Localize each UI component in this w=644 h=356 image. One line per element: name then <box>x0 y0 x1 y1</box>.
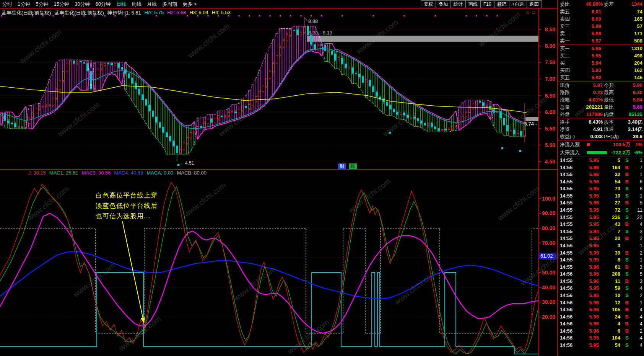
trade-volume: 208 <box>612 271 620 278</box>
candle-up <box>190 133 192 138</box>
trade-price: 5.96 <box>589 299 599 307</box>
trade-side: B <box>625 264 629 271</box>
last-price-label: 5.74 - <box>524 121 537 127</box>
trade-price: 5.95 <box>589 221 599 228</box>
trade-row[interactable]: 14:555.9539B2 <box>558 250 644 257</box>
candle-down <box>293 30 295 31</box>
candle-down <box>321 45 323 46</box>
candle-up <box>214 119 216 123</box>
trade-side: B <box>625 306 629 314</box>
trade-side: S <box>625 292 629 299</box>
trade-row[interactable]: 14:565.966B2 <box>558 328 644 335</box>
trade-volume: 24 <box>615 314 620 321</box>
trade-row[interactable]: 14:565.9559S4 <box>558 285 644 292</box>
candle-down <box>503 118 505 125</box>
candle-down <box>352 68 354 73</box>
candle-up <box>70 61 72 64</box>
trade-volume: 7 <box>618 228 620 235</box>
trade-row[interactable]: 14:565.95104S4 <box>558 335 644 342</box>
signal-dot <box>290 15 291 16</box>
main-axis-label: 4.50 <box>545 158 555 165</box>
candle-up <box>259 92 261 96</box>
candle-down <box>414 117 416 118</box>
candle-up <box>42 106 44 107</box>
buy-level-1-volume: 1310 <box>631 45 642 52</box>
candle-down <box>479 101 481 103</box>
trade-side: B <box>625 320 629 328</box>
trade-row[interactable]: 14:555.9632B1 <box>558 171 644 178</box>
chart-canvas[interactable]: 8.888.31 - 8.13←4.515.74 -8.508.007.507.… <box>0 0 557 356</box>
trade-row[interactable]: 14:555.95236S22 <box>558 214 644 221</box>
candle-down <box>221 116 223 117</box>
candle-down <box>514 130 516 134</box>
trend-band-down <box>159 97 161 142</box>
trade-time: 14:55 <box>560 178 572 186</box>
candle-down <box>376 92 378 96</box>
trade-row[interactable]: 14:555.9627B5 <box>558 199 644 207</box>
trade-row[interactable]: 14:565.9554S4 <box>558 342 644 349</box>
trade-row[interactable]: 14:555.9573S8 <box>558 185 644 193</box>
candle-up <box>183 143 185 150</box>
trade-row[interactable]: 14:555.9572S11 <box>558 207 644 214</box>
kdj-plot-area[interactable] <box>0 182 538 354</box>
sell-levels: 卖五6.0174卖四6.00165卖三5.9957卖二5.98171卖一5.97… <box>558 8 644 44</box>
trade-side: S <box>625 157 629 164</box>
candle-up <box>207 119 209 124</box>
peak-label: 8.88 <box>308 18 318 24</box>
indicator-value-3: MAC4: 40.59 <box>114 170 143 175</box>
chart-corner-icons[interactable]: ◇ □ <box>526 10 535 15</box>
candle-down <box>15 124 16 127</box>
info-label: 现价 <box>560 82 570 89</box>
trade-list[interactable]: 14:555.955S114:555.96164B714:555.9632B11… <box>558 157 644 349</box>
trade-row[interactable]: 14:565.9624B4 <box>558 314 644 321</box>
candle-down <box>307 27 309 35</box>
trade-volume: 59 <box>615 285 620 292</box>
candle-down <box>111 63 113 65</box>
trend-band-down <box>410 101 412 124</box>
trade-row[interactable]: 14:565.96105B4 <box>558 306 644 314</box>
trade-row[interactable]: 14:555.9654B6 <box>558 178 644 186</box>
info-label: 今开 <box>604 82 614 89</box>
trade-row[interactable]: 14:555.9543B4 <box>558 221 644 228</box>
trade-time: 14:55 <box>560 228 572 235</box>
candle-up <box>283 41 285 47</box>
trade-row[interactable]: 14:565.95208S5 <box>558 271 644 278</box>
candle-down <box>80 61 82 62</box>
candle-up <box>286 35 288 41</box>
trade-row[interactable]: 14:565.9611B3 <box>558 278 644 285</box>
mac3-line <box>0 213 538 333</box>
candle-down <box>297 30 299 35</box>
trade-count: 22 <box>637 214 642 221</box>
info-value: 6.43% <box>589 118 603 126</box>
trade-price: 5.96 <box>589 264 599 271</box>
trade-row[interactable]: 14:565.9612B1 <box>558 299 644 307</box>
trade-count: 4 <box>640 335 642 342</box>
trade-row[interactable]: 14:555.955S1 <box>558 157 644 164</box>
annotation-note: 白色高位平台线上穿淡蓝色低位平台线后也可信为选股用... <box>96 190 158 221</box>
trade-row[interactable]: 14:565.964B4 <box>558 320 644 328</box>
trade-row[interactable]: 14:565.9510S2 <box>558 292 644 299</box>
trade-price: 5.96 <box>589 328 599 335</box>
candle-up <box>218 116 220 119</box>
kdj-axis-label: 20.00 <box>542 314 555 320</box>
info-value: 5.69 <box>633 103 642 111</box>
trade-row[interactable]: 14:555.9531 <box>558 242 644 250</box>
candle-down <box>331 51 333 54</box>
sell-level-2-volume: 171 <box>634 30 642 37</box>
trade-price: 5.95 <box>589 285 599 292</box>
trade-side: B <box>625 314 629 321</box>
trade-row[interactable]: 14:555.9661B3 <box>558 264 644 271</box>
trade-row[interactable]: 14:555.9510S1 <box>558 193 644 200</box>
candle-down <box>135 83 137 89</box>
info-label: 总量 <box>560 103 570 111</box>
trade-side: B <box>625 178 629 186</box>
trade-price: 5.95 <box>589 256 599 264</box>
green-bar-icon <box>587 151 607 154</box>
trade-row[interactable]: 14:555.947S3 <box>558 228 644 235</box>
trade-volume: 3 <box>618 242 620 250</box>
candle-down <box>169 136 171 141</box>
trade-row[interactable]: 14:555.958S1 <box>558 256 644 264</box>
main-axis-label: 7.00 <box>545 76 555 82</box>
trade-row[interactable]: 14:555.96164B7 <box>558 164 644 171</box>
trade-row[interactable]: 14:555.9520B2 <box>558 235 644 242</box>
